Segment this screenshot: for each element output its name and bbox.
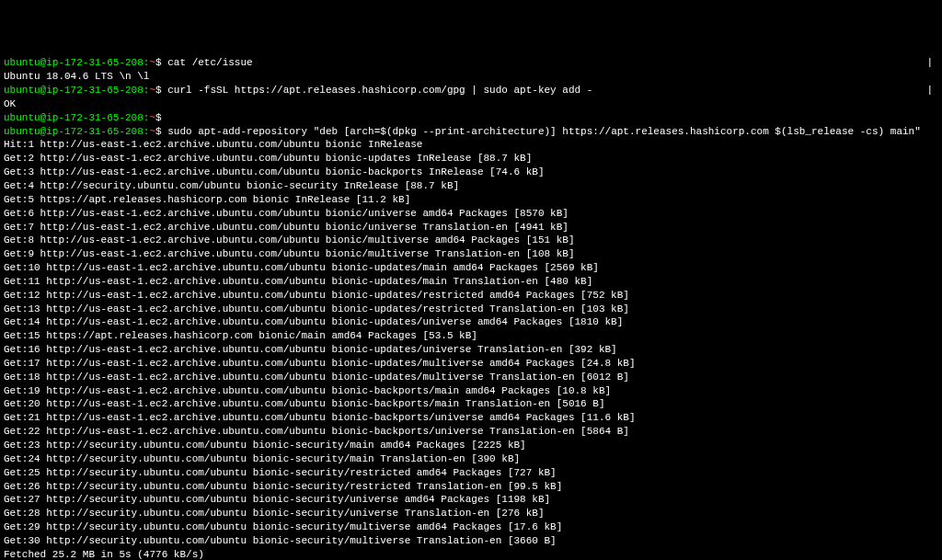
shell-prompt: ubuntu@ip-172-31-65-208 xyxy=(4,112,144,123)
terminal[interactable]: ubuntu@ip-172-31-65-208:~$ cat /etc/issu… xyxy=(4,56,938,560)
shell-prompt-dollar: $ xyxy=(155,85,167,96)
terminal-output-line: Get:19 http://us-east-1.ec2.archive.ubun… xyxy=(4,384,938,398)
shell-command[interactable]: sudo apt-add-repository "deb [arch=$(dpk… xyxy=(167,126,921,137)
shell-prompt-dollar: $ xyxy=(155,126,167,137)
scroll-indicator: | xyxy=(926,84,933,97)
shell-prompt-dollar: $ xyxy=(155,57,167,68)
terminal-output-line: Get:8 http://us-east-1.ec2.archive.ubunt… xyxy=(4,234,938,247)
terminal-output-line: Get:28 http://security.ubuntu.com/ubuntu… xyxy=(4,507,938,520)
terminal-output-line: Get:29 http://security.ubuntu.com/ubuntu… xyxy=(4,520,938,534)
terminal-output-line: OK xyxy=(4,97,938,111)
terminal-output-line: Get:13 http://us-east-1.ec2.archive.ubun… xyxy=(4,303,938,316)
terminal-output-line: Get:4 http://security.ubuntu.com/ubuntu … xyxy=(4,179,938,193)
terminal-output-line: Get:26 http://security.ubuntu.com/ubuntu… xyxy=(4,480,938,494)
terminal-output-line: Get:21 http://us-east-1.ec2.archive.ubun… xyxy=(4,411,938,425)
terminal-output-line: Get:9 http://us-east-1.ec2.archive.ubunt… xyxy=(4,247,938,261)
shell-prompt-dollar: $ xyxy=(155,112,167,123)
terminal-output-line: Get:27 http://security.ubuntu.com/ubuntu… xyxy=(4,493,938,507)
shell-prompt: ubuntu@ip-172-31-65-208 xyxy=(4,85,144,96)
terminal-output-line: Get:2 http://us-east-1.ec2.archive.ubunt… xyxy=(4,152,938,166)
terminal-output-line: Get:3 http://us-east-1.ec2.archive.ubunt… xyxy=(4,166,938,179)
terminal-output-line: Get:24 http://security.ubuntu.com/ubuntu… xyxy=(4,452,938,466)
terminal-output-line: Get:7 http://us-east-1.ec2.archive.ubunt… xyxy=(4,221,938,234)
terminal-output-line: Ubuntu 18.04.6 LTS \n \l xyxy=(4,70,938,84)
shell-command[interactable]: cat /etc/issue xyxy=(167,57,252,68)
terminal-output-line: Get:23 http://security.ubuntu.com/ubuntu… xyxy=(4,439,938,452)
terminal-output-line: Get:15 https://apt.releases.hashicorp.co… xyxy=(4,329,938,343)
terminal-output-line: Get:6 http://us-east-1.ec2.archive.ubunt… xyxy=(4,207,938,221)
shell-command[interactable]: curl -fsSL https://apt.releases.hashicor… xyxy=(167,85,592,96)
scroll-indicator: | xyxy=(926,56,933,70)
shell-prompt: ubuntu@ip-172-31-65-208 xyxy=(4,126,144,137)
terminal-output-line: Get:16 http://us-east-1.ec2.archive.ubun… xyxy=(4,343,938,357)
terminal-output-line: Get:25 http://security.ubuntu.com/ubuntu… xyxy=(4,466,938,480)
terminal-output-line: Get:18 http://us-east-1.ec2.archive.ubun… xyxy=(4,371,938,384)
terminal-output-line: Get:12 http://us-east-1.ec2.archive.ubun… xyxy=(4,289,938,303)
terminal-output-line: Hit:1 http://us-east-1.ec2.archive.ubunt… xyxy=(4,138,938,152)
terminal-output-line: Get:5 https://apt.releases.hashicorp.com… xyxy=(4,193,938,207)
terminal-output-line: Get:17 http://us-east-1.ec2.archive.ubun… xyxy=(4,357,938,371)
terminal-output-line: Get:30 http://security.ubuntu.com/ubuntu… xyxy=(4,534,938,548)
terminal-output-line: Get:14 http://us-east-1.ec2.archive.ubun… xyxy=(4,315,938,329)
terminal-output-line: Get:11 http://us-east-1.ec2.archive.ubun… xyxy=(4,275,938,289)
terminal-output-line: Fetched 25.2 MB in 5s (4776 kB/s) xyxy=(4,548,938,560)
terminal-output-line: Get:20 http://us-east-1.ec2.archive.ubun… xyxy=(4,397,938,411)
shell-prompt: ubuntu@ip-172-31-65-208 xyxy=(4,57,144,68)
terminal-output-line: Get:10 http://us-east-1.ec2.archive.ubun… xyxy=(4,261,938,275)
terminal-output-line: Get:22 http://us-east-1.ec2.archive.ubun… xyxy=(4,425,938,439)
